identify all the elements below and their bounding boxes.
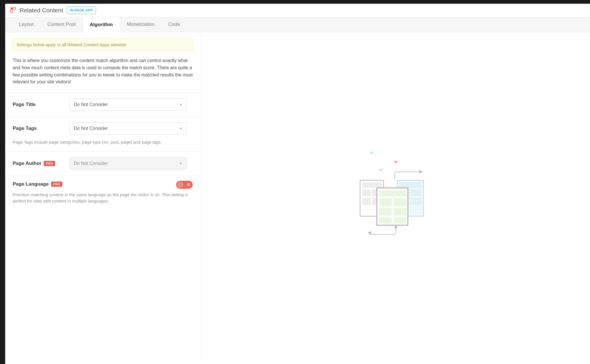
tab-code[interactable]: Code (161, 17, 187, 32)
hint-page-tags: Page Tags include page categories, page … (13, 139, 193, 146)
related-content-icon (10, 7, 16, 14)
select-page-title-value: Do Not Consider (74, 102, 108, 107)
label-page-language: Page Language PRO (13, 181, 64, 187)
select-page-tags-value: Do Not Consider (74, 126, 108, 131)
card-icon (376, 187, 408, 226)
label-page-language-text: Page Language (13, 181, 49, 187)
chevron-down-icon: ▼ (179, 127, 182, 130)
svg-rect-0 (11, 7, 13, 9)
pro-badge: PRO (51, 182, 62, 187)
arrow-icon (366, 225, 398, 236)
setting-page-author: Page Author PRO Do Not Consider ▼ (5, 151, 200, 175)
tab-content-pool[interactable]: Content Pool (41, 17, 82, 32)
svg-rect-1 (14, 7, 16, 9)
setting-page-title: Page Title Do Not Consider ▼ (5, 93, 200, 116)
svg-point-4 (188, 185, 189, 185)
tab-layout[interactable]: Layout (12, 17, 41, 32)
select-page-author-value: Do Not Consider (74, 161, 108, 166)
label-page-title: Page Title (13, 102, 64, 107)
tabs-row: Layout Content Pool Algorithm Monetizati… (5, 17, 590, 32)
left-collapsed-bar (0, 4, 5, 364)
topbar-dark (0, 0, 590, 4)
tab-monetization[interactable]: Monetization (120, 17, 161, 32)
setting-page-language: Page Language PRO Prioritize matching co… (5, 175, 200, 210)
algorithm-description: This is where you customize the content … (5, 57, 200, 93)
page-title: Related Content (20, 7, 63, 14)
main-panel: Related Content IN-PAGE APP Layout Conte… (5, 4, 590, 364)
triangle-icon (379, 169, 383, 172)
lock-icon (186, 182, 190, 187)
label-page-author-text: Page Author (13, 161, 41, 166)
svg-rect-2 (11, 10, 13, 12)
settings-column: Settings below apply to all Related Cont… (5, 32, 200, 361)
content-wrap: Settings below apply to all Related Cont… (5, 32, 590, 361)
label-page-author: Page Author PRO (13, 161, 64, 166)
pro-badge: PRO (44, 161, 55, 166)
toggle-page-language[interactable] (176, 181, 193, 189)
chevron-down-icon: ▼ (179, 103, 182, 106)
select-page-author[interactable]: Do Not Consider ▼ (70, 157, 187, 170)
hint-page-language: Prioritize matching content in the same … (13, 192, 193, 205)
in-page-app-badge: IN-PAGE APP (67, 7, 96, 14)
tab-algorithm[interactable]: Algorithm (82, 17, 120, 32)
triangle-icon (369, 152, 374, 155)
chevron-down-icon: ▼ (179, 162, 182, 165)
select-page-title[interactable]: Do Not Consider ▼ (70, 99, 187, 111)
select-page-tags[interactable]: Do Not Consider ▼ (70, 122, 187, 134)
preview-illustration (358, 151, 433, 242)
label-page-tags: Page Tags (13, 126, 64, 131)
page-header: Related Content IN-PAGE APP (5, 4, 590, 17)
triangle-icon (394, 161, 398, 164)
setting-page-tags: Page Tags Do Not Consider ▼ Page Tags in… (5, 116, 200, 151)
sitewide-notice: Settings below apply to all Related Cont… (12, 38, 193, 51)
preview-column (200, 32, 590, 361)
toggle-knob (177, 182, 183, 188)
